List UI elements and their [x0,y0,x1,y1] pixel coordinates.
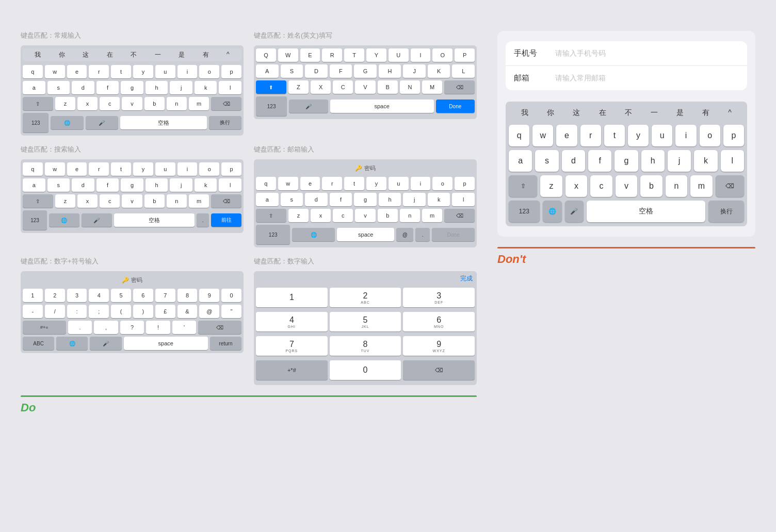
globe-key-search[interactable]: 🌐 [49,213,79,227]
mic-key-name[interactable]: 🎤 [289,99,328,113]
key-sn[interactable]: n [167,194,187,208]
key-m[interactable]: m [189,97,209,110]
space-key-email[interactable]: space [337,228,394,241]
key-sq[interactable]: q [23,162,43,176]
key-su[interactable]: u [155,162,175,176]
key-ec[interactable]: c [333,209,353,222]
key-em[interactable]: m [422,209,442,222]
key-si[interactable]: i [177,162,198,176]
key-sp[interactable]: p [221,162,241,176]
key-E[interactable]: E [300,48,320,62]
key-N[interactable]: N [400,80,420,94]
lkey-s[interactable]: s [535,150,558,172]
numpad-1[interactable]: 1 [256,288,328,307]
delete-key[interactable]: ⌫ [211,97,241,110]
space-key-search[interactable]: 空格 [114,213,195,227]
shift-key[interactable]: ⇧ [23,97,53,110]
key-ex[interactable]: x [311,209,331,222]
lkey-o[interactable]: o [700,125,720,146]
numpad-9[interactable]: 9 WXYZ [403,336,475,356]
lkey-a[interactable]: a [509,150,532,172]
lkey-r[interactable]: r [580,125,601,146]
key-sr[interactable]: r [89,162,109,176]
key-J[interactable]: J [403,64,426,78]
key-so[interactable]: o [199,162,219,176]
goto-key-search[interactable]: 前往 [211,213,241,227]
key-H[interactable]: H [379,64,401,78]
key-lparen[interactable]: ( [111,305,131,318]
key-sx[interactable]: x [77,194,98,208]
lkey-q[interactable]: q [509,125,529,146]
key-colon[interactable]: : [67,305,87,318]
space-key[interactable]: 空格 [120,116,207,129]
lkey-u[interactable]: u [652,125,672,146]
key-T[interactable]: T [344,48,364,62]
key-ei[interactable]: i [411,177,431,190]
key-q[interactable]: q [23,65,43,78]
key-ey[interactable]: y [366,177,386,190]
key-ej[interactable]: j [403,193,426,206]
lkey-e[interactable]: e [556,125,577,146]
lkey-g[interactable]: g [615,150,638,172]
key-eb[interactable]: b [378,209,398,222]
numpad-7[interactable]: 7 PQRS [256,336,328,356]
key-1[interactable]: 1 [23,289,43,302]
lkey-y[interactable]: y [628,125,649,146]
key-S[interactable]: S [281,64,303,78]
key-Y[interactable]: Y [366,48,386,62]
sym-switch-key[interactable]: #+= [23,321,66,334]
key-en[interactable]: n [400,209,420,222]
globe-key[interactable]: 🌐 [51,116,83,129]
mic-key[interactable]: 🎤 [86,116,118,129]
delete-key-name[interactable]: ⌫ [444,80,475,94]
key-apos[interactable]: ' [172,321,197,334]
at-key-email[interactable]: @ [396,228,413,241]
key-sc[interactable]: c [100,194,120,208]
key-v[interactable]: v [122,97,142,110]
key-s[interactable]: s [47,81,70,94]
lkey-m[interactable]: m [690,175,713,197]
key-sy[interactable]: y [133,162,153,176]
key-8[interactable]: 8 [177,289,198,302]
key-u[interactable]: u [155,65,175,78]
key-i[interactable]: i [177,65,198,78]
key-9[interactable]: 9 [199,289,219,302]
lkey-l[interactable]: l [721,150,744,172]
key-sa[interactable]: a [23,178,45,192]
mic-key-search[interactable]: 🎤 [82,213,112,227]
key-r[interactable]: r [89,65,109,78]
numpad-4[interactable]: 4 GHI [256,312,328,331]
key-sl[interactable]: l [219,178,241,192]
key-pound[interactable]: £ [155,305,175,318]
dot-key-email[interactable]: . [415,228,430,241]
space-key-symbol[interactable]: space [124,337,208,350]
key-sv[interactable]: v [122,194,142,208]
lkey-j[interactable]: j [668,150,691,172]
key-p[interactable]: p [221,65,241,78]
numpad-sym[interactable]: +*# [256,360,328,380]
key-es[interactable]: s [281,193,303,206]
num-switch-search[interactable]: 123 [23,210,47,230]
key-ez[interactable]: z [288,209,309,222]
key-3[interactable]: 3 [67,289,87,302]
abc-key[interactable]: ABC [23,337,54,350]
key-B[interactable]: B [378,80,398,94]
key-sb[interactable]: b [144,194,165,208]
lkey-123[interactable]: 123 [509,201,540,222]
num-switch-email[interactable]: 123 [256,225,290,244]
lkey-b[interactable]: b [640,175,662,197]
lkey-f[interactable]: f [588,150,611,172]
key-C[interactable]: C [333,80,353,94]
key-W[interactable]: W [278,48,298,62]
key-ek[interactable]: k [428,193,450,206]
key-e[interactable]: e [67,65,87,78]
key-x[interactable]: x [77,97,98,110]
key-f[interactable]: f [96,81,119,94]
key-K[interactable]: K [428,64,450,78]
lkey-i[interactable]: i [675,125,696,146]
key-4[interactable]: 4 [89,289,109,302]
key-eu[interactable]: u [389,177,409,190]
key-slash[interactable]: / [45,305,65,318]
lkey-p[interactable]: p [723,125,744,146]
lkey-space[interactable]: 空格 [587,201,705,222]
